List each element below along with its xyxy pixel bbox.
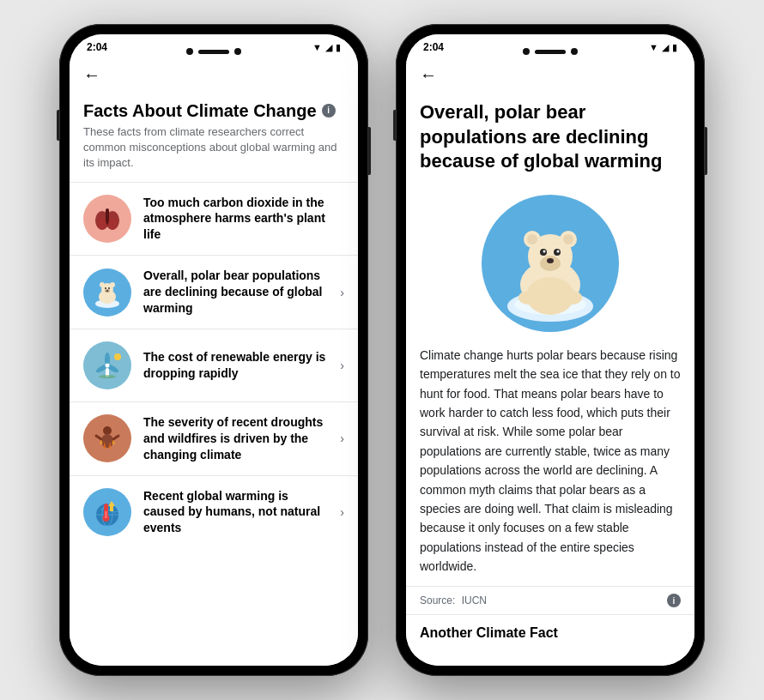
fact-item-globe[interactable]: Recent global warming is caused by human… (70, 475, 358, 549)
svg-point-12 (105, 287, 106, 289)
svg-rect-34 (105, 511, 107, 518)
fact-icon-windmill (83, 341, 131, 389)
detail-source: Source: IUCN i (406, 586, 694, 614)
svg-point-49 (557, 250, 560, 252)
status-icons-2: ▼ ◢ ▮ (649, 42, 677, 53)
svg-point-48 (543, 250, 546, 252)
fact-item-windmill[interactable]: The cost of renewable energy is dropping… (70, 329, 358, 401)
detail-body: Climate change hurts polar bears because… (406, 346, 694, 587)
phone-1: 2:04 ▼ ◢ ▮ ← (59, 24, 368, 676)
phone-1-screen: 2:04 ▼ ◢ ▮ ← (70, 34, 358, 666)
svg-point-3 (98, 218, 106, 230)
chevron-polar-bear: › (340, 286, 344, 299)
svg-point-21 (114, 353, 121, 360)
list-subtitle: These facts from climate researchers cor… (83, 124, 344, 172)
status-icons-1: ▼ ◢ ▮ (312, 42, 341, 53)
svg-point-14 (106, 289, 108, 291)
speaker-2 (535, 50, 566, 54)
svg-point-50 (547, 258, 554, 263)
fact-text-polar-bear: Overall, polar bear populations are decl… (143, 268, 328, 317)
fact-item-polar-bear[interactable]: Overall, polar bear populations are decl… (70, 255, 358, 329)
status-time-2: 2:04 (423, 41, 444, 53)
phone-2-screen: 2:04 ▼ ◢ ▮ ← Overall, polar bear popul (406, 34, 694, 666)
fact-text-globe: Recent global warming is caused by human… (143, 488, 328, 537)
svg-point-10 (110, 282, 115, 287)
fact-icon-polar-bear (83, 269, 131, 317)
camera-dot-2 (234, 48, 241, 55)
wifi-icon-2: ▼ (649, 42, 658, 52)
svg-point-44 (563, 234, 573, 244)
fact-text-windmill: The cost of renewable energy is dropping… (143, 349, 328, 382)
battery-icon-1: ▮ (336, 42, 341, 53)
svg-point-24 (103, 426, 112, 435)
battery-icon-2: ▮ (672, 42, 677, 53)
svg-point-53 (526, 277, 574, 315)
svg-point-13 (108, 287, 110, 289)
list-title: Facts About Climate Change i (83, 100, 344, 121)
fact-text-lungs: Too much carbon dioxide in the atmospher… (143, 195, 344, 244)
svg-point-22 (99, 375, 116, 378)
fact-icon-globe (83, 488, 131, 536)
hero-image-polar-bear (482, 195, 619, 332)
camera-dot-3 (523, 48, 530, 55)
back-button-2[interactable]: ← (420, 65, 437, 85)
status-bar-2: 2:04 ▼ ◢ ▮ (406, 34, 694, 57)
another-fact-label: Another Climate Fact (406, 614, 694, 651)
phone-2: 2:04 ▼ ◢ ▮ ← Overall, polar bear popul (396, 24, 705, 676)
signal-icon-1: ◢ (325, 42, 332, 53)
chevron-drought: › (340, 431, 344, 445)
fact-item-lungs[interactable]: Too much carbon dioxide in the atmospher… (70, 182, 358, 256)
svg-point-25 (101, 434, 113, 448)
detail-screen: Overall, polar bear populations are decl… (406, 94, 694, 666)
camera-area-2 (523, 48, 578, 55)
fact-text-drought: The severity of recent droughts and wild… (143, 414, 328, 463)
wifi-icon-1: ▼ (312, 42, 322, 52)
chevron-windmill: › (340, 359, 344, 372)
svg-point-4 (108, 218, 117, 230)
list-screen: Facts About Climate Change i These facts… (70, 94, 358, 666)
list-header: Facts About Climate Change i These facts… (70, 94, 358, 182)
fact-icon-drought (83, 414, 131, 462)
status-bar-1: 2:04 ▼ ◢ ▮ (70, 34, 358, 57)
fact-icon-lungs (83, 195, 131, 243)
info-icon-1[interactable]: i (322, 104, 336, 118)
svg-point-43 (527, 234, 537, 244)
camera-dot-1 (186, 48, 193, 55)
chevron-globe: › (340, 505, 344, 519)
detail-title: Overall, polar bear populations are decl… (406, 94, 694, 188)
phones-container: 2:04 ▼ ◢ ▮ ← (59, 24, 705, 676)
top-nav-1: ← (70, 57, 358, 94)
camera-dot-4 (571, 48, 578, 55)
fact-item-drought[interactable]: The severity of recent droughts and wild… (70, 401, 358, 475)
info-icon-2[interactable]: i (667, 594, 681, 607)
svg-point-20 (106, 363, 110, 367)
svg-point-9 (100, 282, 105, 287)
screen-content-2: ← Overall, polar bear populations are de… (406, 57, 694, 666)
signal-icon-2: ◢ (662, 42, 669, 53)
source-text: Source: IUCN (420, 594, 487, 606)
screen-content-1: ← Facts About Climate Change i These fac… (70, 57, 358, 666)
top-nav-2: ← (406, 57, 694, 94)
speaker-1 (198, 50, 229, 54)
status-time-1: 2:04 (87, 41, 107, 53)
back-button-1[interactable]: ← (83, 65, 100, 85)
camera-area-1 (186, 48, 241, 55)
